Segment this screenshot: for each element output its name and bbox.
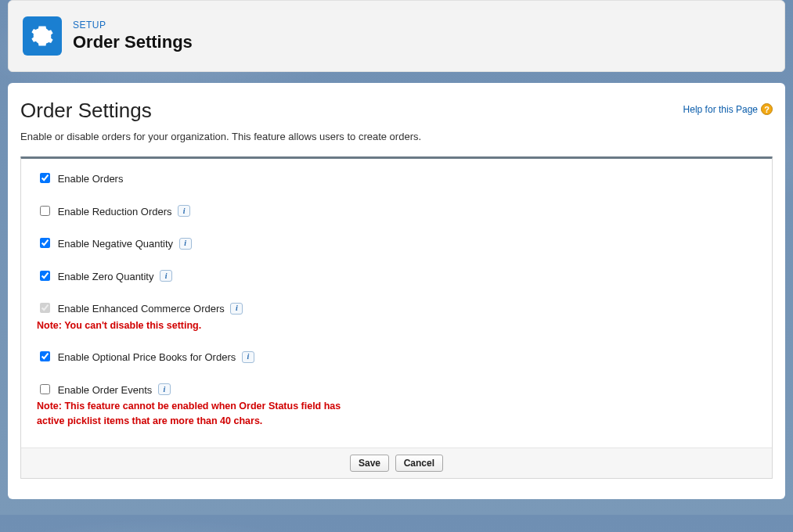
option-enable-order-events: Enable Order Events i Note: This feature…	[37, 381, 772, 429]
label-enable-zero-quantity: Enable Zero Quantity	[58, 271, 154, 282]
checkbox-enable-zero-quantity[interactable]	[40, 271, 50, 281]
button-row: Save Cancel	[21, 448, 772, 478]
label-enable-enhanced-commerce-orders: Enable Enhanced Commerce Orders	[58, 303, 225, 315]
page-description: Enable or disable orders for your organi…	[20, 131, 773, 142]
label-enable-reduction-orders: Enable Reduction Orders	[58, 206, 172, 217]
checkbox-enable-negative-quantity[interactable]	[40, 238, 50, 248]
option-enable-optional-price-books: Enable Optional Price Books for Orders i	[37, 348, 772, 365]
option-enable-reduction-orders: Enable Reduction Orders i	[37, 203, 772, 220]
checkbox-enable-optional-price-books[interactable]	[40, 351, 50, 361]
label-enable-orders: Enable Orders	[58, 173, 124, 185]
breadcrumb: SETUP	[73, 20, 193, 31]
option-enable-orders: Enable Orders	[37, 170, 772, 187]
checkbox-enable-enhanced-commerce-orders	[40, 303, 50, 313]
note-enhanced-commerce: Note: You can't disable this setting.	[37, 318, 366, 333]
cancel-button[interactable]: Cancel	[395, 455, 443, 472]
note-order-events: Note: This feature cannot be enabled whe…	[37, 399, 366, 429]
checkbox-enable-orders[interactable]	[40, 173, 50, 183]
checkbox-enable-reduction-orders[interactable]	[40, 206, 50, 216]
setup-header: SETUP Order Settings	[8, 0, 785, 72]
page-title: Order Settings	[20, 99, 152, 123]
info-icon[interactable]: i	[242, 351, 254, 363]
help-link-label: Help for this Page	[683, 104, 758, 115]
checkbox-enable-order-events[interactable]	[40, 384, 50, 394]
option-enable-negative-quantity: Enable Negative Quantity i	[37, 235, 772, 252]
info-icon[interactable]: i	[158, 383, 171, 395]
help-icon: ?	[761, 103, 773, 115]
settings-panel: Enable Orders Enable Reduction Orders i …	[20, 156, 773, 479]
info-icon[interactable]: i	[230, 303, 243, 315]
label-enable-negative-quantity: Enable Negative Quantity	[58, 238, 173, 250]
info-icon[interactable]: i	[160, 270, 172, 282]
header-title: Order Settings	[73, 32, 193, 52]
option-enable-enhanced-commerce-orders: Enable Enhanced Commerce Orders i Note: …	[37, 300, 772, 332]
save-button[interactable]: Save	[350, 455, 389, 472]
help-for-page-link[interactable]: Help for this Page ?	[683, 103, 773, 115]
label-enable-optional-price-books: Enable Optional Price Books for Orders	[58, 351, 236, 363]
gear-icon	[23, 16, 62, 56]
info-icon[interactable]: i	[179, 238, 192, 250]
label-enable-order-events: Enable Order Events	[58, 384, 153, 396]
info-icon[interactable]: i	[178, 205, 190, 217]
content-card: Order Settings Help for this Page ? Enab…	[8, 83, 785, 499]
option-enable-zero-quantity: Enable Zero Quantity i	[37, 268, 772, 285]
